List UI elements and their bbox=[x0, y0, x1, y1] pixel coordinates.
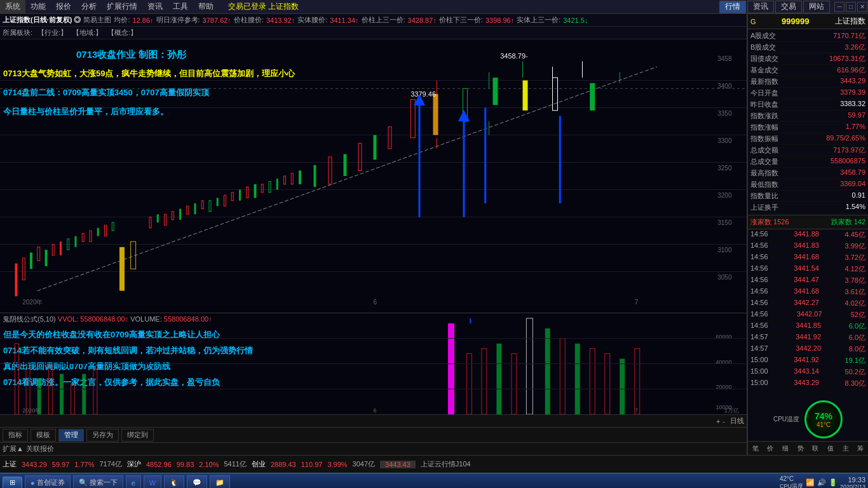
gauge-display: 74% 41°C bbox=[804, 400, 843, 438]
taskbar-item-wechat[interactable]: 💬 bbox=[187, 475, 207, 489]
taskbar-item-word[interactable]: W bbox=[144, 475, 161, 489]
chart-plus[interactable]: + bbox=[716, 417, 720, 425]
cy-value: 2889.43 bbox=[271, 461, 296, 468]
close-btn[interactable]: ✕ bbox=[857, 2, 867, 12]
sector-prefix: 所属板块: bbox=[3, 28, 32, 37]
svg-text:3200: 3200 bbox=[717, 192, 732, 199]
main-container: 上证指数(日线·前复权) ◎ 简易主图 均价: 12.86↑ 明日涨停参考: 3… bbox=[0, 14, 868, 455]
svg-rect-19 bbox=[15, 264, 18, 297]
svg-rect-29 bbox=[90, 231, 92, 241]
rise-label: 涨家数 1526 bbox=[750, 217, 789, 227]
tab-manage[interactable]: 管理 bbox=[58, 429, 84, 442]
stat-low: 最低指数 3369.04 bbox=[750, 179, 865, 191]
tab-template[interactable]: 模板 bbox=[31, 429, 56, 442]
tab-saveas[interactable]: 另存为 bbox=[86, 429, 119, 442]
related-label[interactable]: 关联报价 bbox=[26, 444, 54, 454]
svg-rect-65 bbox=[433, 94, 438, 135]
sector-bar: 所属板块: 【行业:】 【地域:】 【概念:】 bbox=[0, 27, 747, 39]
nav-website[interactable]: 网站 bbox=[803, 1, 830, 13]
chart-minus[interactable]: - bbox=[722, 417, 725, 425]
svg-rect-107 bbox=[590, 349, 595, 414]
stat-vol-ratio: 指数量比 0.91 bbox=[750, 191, 865, 202]
sz-change: 99.83 bbox=[177, 461, 194, 468]
svg-rect-40 bbox=[187, 206, 189, 214]
nav-price[interactable]: 价 bbox=[767, 444, 773, 453]
main-chart[interactable]: 3458 3400 3350 3300 3250 3200 3150 3100 … bbox=[0, 39, 747, 313]
folder-icon: 📁 bbox=[215, 478, 224, 487]
start-button[interactable]: ⊞ bbox=[3, 477, 22, 488]
nav-trend[interactable]: 势 bbox=[797, 444, 804, 453]
nav-main[interactable]: 主 bbox=[843, 444, 849, 453]
ie-icon: e bbox=[132, 479, 135, 487]
concept-label: 【概念:】 bbox=[107, 28, 137, 37]
menu-analysis[interactable]: 分析 bbox=[76, 0, 102, 13]
taskbar-item-broker[interactable]: ● 首创证券 bbox=[25, 475, 71, 489]
sz-label: 深沪 bbox=[127, 459, 141, 469]
menu-news[interactable]: 资讯 bbox=[142, 0, 168, 13]
taskbar-item-qq[interactable]: 🐧 bbox=[164, 475, 184, 489]
app-title: 交易已登录 上证指数 bbox=[219, 1, 308, 12]
word-icon: W bbox=[149, 479, 156, 487]
tab-indicator[interactable]: 指标 bbox=[3, 429, 28, 442]
list-item: 14:56 3442.07 52亿 bbox=[748, 309, 868, 321]
list-item: 14:56 3441.68 3.61亿 bbox=[748, 287, 868, 298]
menu-extended[interactable]: 扩展行情 bbox=[102, 0, 142, 13]
solid-top3-label: 实体上三一价: bbox=[517, 15, 560, 25]
menu-system[interactable]: 系统 bbox=[0, 0, 25, 13]
nav-trade[interactable]: 交易 bbox=[775, 1, 802, 13]
list-item: 14:57 3442.20 8.0亿 bbox=[748, 344, 868, 355]
svg-rect-27 bbox=[75, 236, 77, 247]
svg-text:2020年: 2020年 bbox=[22, 407, 41, 414]
nav-detail[interactable]: 细 bbox=[782, 444, 789, 453]
stat-change: 指数涨跌 59.97 bbox=[750, 111, 865, 122]
volume-chart: 鬼阴线公式(5,10) VVOL: 558006848.00↑ VOLUME: … bbox=[0, 313, 747, 414]
stat-prev-close: 昨日收盘 3383.32 bbox=[750, 99, 865, 111]
svg-rect-25 bbox=[60, 241, 62, 255]
svg-rect-21 bbox=[30, 252, 32, 269]
menu-quote[interactable]: 报价 bbox=[51, 0, 76, 13]
taskbar: ⊞ ● 首创证券 🔍 搜索一下 e W 🐧 💬 📁 42°C CPU温度 📶 🔊… bbox=[0, 473, 868, 488]
nav-connection[interactable]: 联 bbox=[812, 444, 818, 453]
svg-rect-103 bbox=[526, 318, 532, 414]
waist-value: 3413.92↑ bbox=[266, 17, 295, 24]
svg-text:3400: 3400 bbox=[717, 83, 732, 90]
tab-bind[interactable]: 绑定到 bbox=[121, 429, 154, 442]
menu-tools[interactable]: 工具 bbox=[168, 0, 193, 13]
top3-label: 价柱上三一价: bbox=[362, 15, 405, 25]
svg-rect-53 bbox=[284, 176, 286, 184]
stat-a-volume: A股成交 7170.71亿 bbox=[750, 30, 865, 42]
svg-rect-48 bbox=[247, 187, 248, 198]
menu-function[interactable]: 功能 bbox=[25, 0, 51, 13]
nav-news[interactable]: 资讯 bbox=[747, 1, 774, 13]
svg-rect-49 bbox=[254, 184, 257, 198]
svg-rect-37 bbox=[165, 214, 166, 225]
stock-exchange: G bbox=[750, 18, 756, 25]
expand-label[interactable]: 扩展▲ bbox=[3, 444, 24, 454]
fall-label: 跌家数 142 bbox=[831, 217, 865, 227]
taskbar-item-files[interactable]: 📁 bbox=[210, 475, 230, 489]
cpu-temp-tray: 42°C CPU温度 bbox=[780, 475, 803, 489]
svg-text:6: 6 bbox=[374, 407, 377, 414]
gauge-temp: 41°C bbox=[817, 421, 831, 428]
minimize-btn[interactable]: ─ bbox=[834, 2, 844, 12]
stock-info-header: G 999999 上证指数 bbox=[748, 14, 868, 29]
taskbar-item-ie[interactable]: e bbox=[126, 475, 141, 489]
top-right-nav: 行情 资讯 交易 网站 ─ □ ✕ bbox=[719, 1, 868, 13]
taskbar-item-search[interactable]: 🔍 搜索一下 bbox=[73, 475, 123, 489]
nav-brush[interactable]: 笔 bbox=[752, 444, 759, 453]
svg-rect-56 bbox=[314, 165, 316, 187]
nav-rank[interactable]: 筹 bbox=[857, 444, 864, 453]
svg-text:3300: 3300 bbox=[717, 137, 732, 144]
list-item: 14:57 3441.92 6.0亿 bbox=[748, 332, 868, 344]
bot3-label: 价柱下三一价: bbox=[439, 15, 483, 25]
nav-value[interactable]: 值 bbox=[827, 444, 834, 453]
svg-text:10000: 10000 bbox=[715, 404, 731, 410]
window-controls: ─ □ ✕ bbox=[834, 2, 868, 12]
svg-rect-43 bbox=[209, 201, 211, 212]
svg-text:2020年: 2020年 bbox=[22, 299, 43, 306]
menu-help[interactable]: 帮助 bbox=[193, 0, 219, 13]
maximize-btn[interactable]: □ bbox=[846, 2, 856, 12]
nav-market[interactable]: 行情 bbox=[719, 1, 746, 13]
search-icon: 🔍 bbox=[79, 478, 88, 487]
svg-rect-30 bbox=[97, 228, 99, 236]
